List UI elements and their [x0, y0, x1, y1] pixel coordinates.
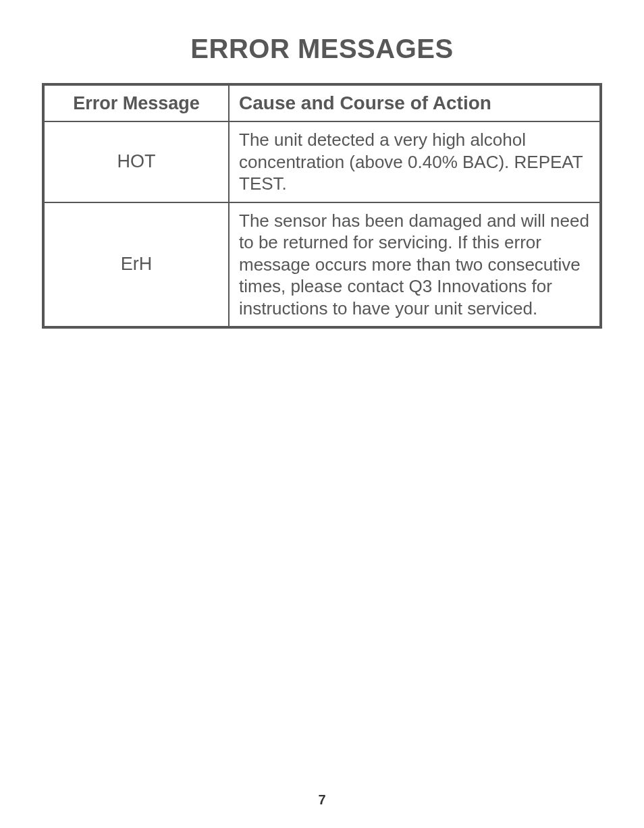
table-header-row: Error Message Cause and Course of Action — [43, 84, 601, 121]
error-desc-cell: The unit detected a very high alcohol co… — [229, 121, 601, 202]
table-row: ErH The sensor has been damaged and will… — [43, 202, 601, 328]
header-cause-action: Cause and Course of Action — [229, 84, 601, 121]
document-page: ERROR MESSAGES Error Message Cause and C… — [0, 0, 644, 828]
page-title: ERROR MESSAGES — [42, 34, 602, 64]
page-number: 7 — [0, 792, 644, 808]
error-desc-cell: The sensor has been damaged and will nee… — [229, 202, 601, 328]
table-row: HOT The unit detected a very high alcoho… — [43, 121, 601, 202]
error-code-cell: HOT — [43, 121, 229, 202]
header-error-message: Error Message — [43, 84, 229, 121]
error-messages-table: Error Message Cause and Course of Action… — [42, 83, 602, 329]
error-code-cell: ErH — [43, 202, 229, 328]
